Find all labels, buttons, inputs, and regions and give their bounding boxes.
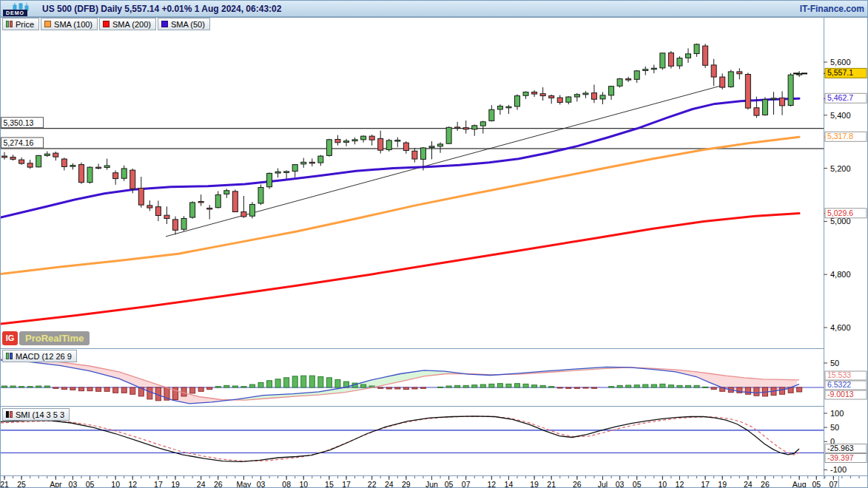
svg-text:14: 14 <box>505 480 514 488</box>
candle-body <box>164 215 169 218</box>
candle-body <box>44 154 50 155</box>
svg-text:5,400: 5,400 <box>830 111 851 120</box>
candle-body <box>780 98 785 105</box>
demo-badge: DEMO <box>3 10 27 16</box>
macd-hist-bar <box>523 384 528 387</box>
candle-body <box>651 68 656 70</box>
candle-body <box>745 75 750 109</box>
macd-hist-bar <box>386 387 391 389</box>
candles <box>2 44 802 234</box>
svg-text:Aug: Aug <box>793 480 807 488</box>
candle-body <box>258 187 263 203</box>
svg-text:03: 03 <box>616 480 625 488</box>
candle-body <box>506 106 511 108</box>
legend-chip-price[interactable]: Price <box>2 18 39 30</box>
svg-text:10: 10 <box>299 480 308 488</box>
svg-text:6.5322: 6.5322 <box>827 380 851 389</box>
candle-body <box>70 166 75 167</box>
macd-hist-bar <box>651 384 656 387</box>
candle-body <box>181 218 186 229</box>
svg-text:15: 15 <box>325 480 334 488</box>
svg-text:21: 21 <box>547 480 556 488</box>
macd-hist-bar <box>181 387 186 396</box>
macd-hist-bar <box>677 385 682 387</box>
macd-hist-bar <box>506 384 511 387</box>
macd-hist-bar <box>412 387 417 389</box>
macd-hist-bar <box>694 385 699 387</box>
candle-body <box>249 204 255 216</box>
macd-hist-bar <box>130 387 135 394</box>
macd-hist-bar <box>660 384 665 387</box>
price-legend-row: Price SMA (100) SMA (200) SMA (50) <box>2 18 210 30</box>
macd-hist-bar <box>626 385 631 387</box>
macd-hist-bar <box>438 387 443 387</box>
candle-body <box>207 208 212 209</box>
prorealtime-watermark: IG ProRealTime <box>2 331 90 346</box>
candle-body <box>566 97 571 102</box>
sma200-swatch-icon <box>103 21 110 27</box>
macd-hist-bar <box>53 387 58 388</box>
candle-body <box>130 170 135 189</box>
svg-text:4,600: 4,600 <box>830 323 851 332</box>
svg-text:15.533: 15.533 <box>827 370 851 379</box>
smi-icon <box>6 411 13 418</box>
candle-body <box>446 127 451 143</box>
candle-body <box>540 94 545 96</box>
macd-hist-bar <box>292 376 297 387</box>
it-finance-link[interactable]: IT-Finance.com <box>800 4 864 14</box>
svg-text:24: 24 <box>197 480 206 488</box>
svg-text:10: 10 <box>659 480 667 488</box>
macd-hist-bar <box>104 387 110 391</box>
svg-text:17: 17 <box>701 480 710 488</box>
candle-body <box>523 92 528 96</box>
legend-chip-smi[interactable]: SMI (14 3 5 3 <box>2 408 70 421</box>
candle-body <box>549 96 554 98</box>
candle-body <box>532 92 537 95</box>
legend-chip-sma50[interactable]: SMA (50) <box>158 18 210 30</box>
macd-hist-bar <box>609 387 614 387</box>
sma200-line <box>1 214 799 324</box>
svg-text:17: 17 <box>342 480 351 488</box>
macd-hist-bar <box>36 386 41 387</box>
legend-chip-sma100[interactable]: SMA (100) <box>41 18 98 30</box>
macd-hist-bar <box>472 385 477 387</box>
legend-chip-sma200[interactable]: SMA (200) <box>99 18 156 30</box>
price-candles-icon <box>6 21 13 27</box>
candle-body <box>634 71 639 79</box>
macd-hist-bar <box>480 384 485 387</box>
macd-hist-bar <box>275 379 280 387</box>
svg-text:5,600: 5,600 <box>830 58 851 67</box>
candle-body <box>515 96 520 106</box>
candle-body <box>643 70 648 71</box>
candle-body <box>309 162 314 163</box>
candle-body <box>497 106 502 109</box>
macd-hist-bar <box>540 385 545 387</box>
candle-body <box>711 65 716 77</box>
macd-hist-bar <box>258 382 263 387</box>
candle-body <box>694 44 699 54</box>
macd-hist-bar <box>241 387 246 387</box>
candle-body <box>318 156 323 163</box>
candle-body <box>591 93 596 100</box>
macd-legend-row: MACD (12 26 9 <box>2 350 77 362</box>
smi-axis: 100500-100-25.963-39.397 <box>824 409 867 475</box>
candle-body <box>386 140 391 150</box>
smi-panel <box>1 416 824 462</box>
macd-hist-bar <box>284 378 289 387</box>
sma50-line <box>1 98 799 217</box>
candle-body <box>617 79 622 87</box>
legend-chip-price-label: Price <box>16 20 34 29</box>
svg-text:05: 05 <box>812 480 821 488</box>
candle-body <box>27 163 33 167</box>
svg-text:25: 25 <box>17 480 26 488</box>
macd-hist-bar <box>403 387 408 390</box>
candle-body <box>147 206 152 208</box>
candle-body <box>420 148 425 159</box>
candle-body <box>19 160 24 163</box>
svg-text:26: 26 <box>573 480 582 488</box>
legend-chip-macd[interactable]: MACD (12 26 9 <box>2 350 77 362</box>
candle-body <box>771 98 776 100</box>
prorealtime-logo: ProRealTime <box>19 331 90 345</box>
macd-hist-bar <box>515 384 520 387</box>
svg-text:21: 21 <box>1 480 9 488</box>
